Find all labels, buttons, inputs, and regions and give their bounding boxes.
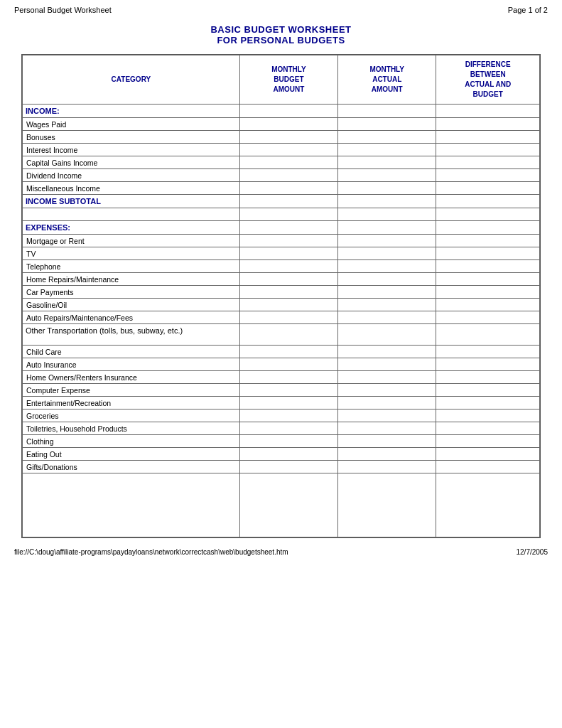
interest-income-budget[interactable] [239,144,337,156]
income-header-diff[interactable] [436,105,540,118]
toiletries-label: Toiletries, Household Products [23,422,240,435]
income-subtotal-budget[interactable] [239,195,337,208]
tv-diff[interactable] [436,247,540,260]
dividend-income-label: Dividend Income [23,169,240,182]
table-row: Capital Gains Income [23,156,540,169]
bonuses-diff[interactable] [436,131,540,144]
dividend-income-actual[interactable] [338,169,436,182]
auto-insurance-actual[interactable] [338,358,436,371]
auto-repairs-budget[interactable] [239,311,337,324]
child-care-diff[interactable] [436,346,540,358]
car-payments-budget[interactable] [239,286,337,299]
gifts-donations-actual[interactable] [338,461,436,473]
home-insurance-diff[interactable] [436,371,540,384]
telephone-actual[interactable] [338,260,436,273]
entertainment-diff[interactable] [436,397,540,410]
bottom-spacer-row [23,473,540,537]
computer-expense-diff[interactable] [436,384,540,397]
auto-repairs-actual[interactable] [338,311,436,324]
home-repairs-budget[interactable] [239,273,337,286]
table-row: TV [23,247,540,260]
child-care-label: Child Care [23,346,240,358]
table-row: Toiletries, Household Products [23,422,540,435]
home-repairs-actual[interactable] [338,273,436,286]
mortgage-rent-budget[interactable] [239,235,337,247]
auto-insurance-budget[interactable] [239,358,337,371]
entertainment-budget[interactable] [239,397,337,410]
home-repairs-label: Home Repairs/Maintenance [23,273,240,286]
gasoline-oil-budget[interactable] [239,299,337,311]
capital-gains-budget[interactable] [239,156,337,169]
expenses-header-budget[interactable] [239,221,337,235]
tv-actual[interactable] [338,247,436,260]
tv-budget[interactable] [239,247,337,260]
income-header-budget[interactable] [239,105,337,118]
col-header-monthly-budget: MONTHLYBUDGETAMOUNT [239,55,337,105]
toiletries-budget[interactable] [239,422,337,435]
wages-paid-diff[interactable] [436,118,540,131]
car-payments-diff[interactable] [436,286,540,299]
interest-income-diff[interactable] [436,144,540,156]
telephone-diff[interactable] [436,260,540,273]
table-row: Wages Paid [23,118,540,131]
capital-gains-label: Capital Gains Income [23,156,240,169]
computer-expense-actual[interactable] [338,384,436,397]
clothing-actual[interactable] [338,435,436,448]
mortgage-rent-diff[interactable] [436,235,540,247]
gasoline-oil-diff[interactable] [436,299,540,311]
auto-insurance-diff[interactable] [436,358,540,371]
gifts-donations-diff[interactable] [436,461,540,473]
capital-gains-actual[interactable] [338,156,436,169]
bonuses-budget[interactable] [239,131,337,144]
income-header-actual[interactable] [338,105,436,118]
dividend-income-diff[interactable] [436,169,540,182]
auto-repairs-diff[interactable] [436,311,540,324]
table-row: Eating Out [23,448,540,461]
expenses-header-actual[interactable] [338,221,436,235]
expenses-header-diff[interactable] [436,221,540,235]
child-care-budget[interactable] [239,346,337,358]
groceries-diff[interactable] [436,410,540,422]
income-subtotal-diff[interactable] [436,195,540,208]
eating-out-budget[interactable] [239,448,337,461]
bonuses-label: Bonuses [23,131,240,144]
gasoline-oil-actual[interactable] [338,299,436,311]
misc-income-budget[interactable] [239,182,337,195]
eating-out-diff[interactable] [436,448,540,461]
gifts-donations-budget[interactable] [239,461,337,473]
computer-expense-budget[interactable] [239,384,337,397]
wages-paid-actual[interactable] [338,118,436,131]
clothing-diff[interactable] [436,435,540,448]
interest-income-actual[interactable] [338,144,436,156]
misc-income-diff[interactable] [436,182,540,195]
dividend-income-budget[interactable] [239,169,337,182]
other-transport-actual[interactable] [338,324,436,346]
entertainment-actual[interactable] [338,397,436,410]
child-care-actual[interactable] [338,346,436,358]
other-transport-budget[interactable] [239,324,337,346]
mortgage-rent-actual[interactable] [338,235,436,247]
groceries-budget[interactable] [239,410,337,422]
home-insurance-actual[interactable] [338,371,436,384]
toiletries-actual[interactable] [338,422,436,435]
car-payments-actual[interactable] [338,286,436,299]
misc-income-actual[interactable] [338,182,436,195]
toiletries-diff[interactable] [436,422,540,435]
income-subtotal-actual[interactable] [338,195,436,208]
table-row: Other Transportation (tolls, bus, subway… [23,324,540,346]
eating-out-actual[interactable] [338,448,436,461]
other-transport-diff[interactable] [436,324,540,346]
col-header-category: CATEGORY [23,55,240,105]
table-row: Dividend Income [23,169,540,182]
bonuses-actual[interactable] [338,131,436,144]
home-repairs-diff[interactable] [436,273,540,286]
spacer-row [23,208,540,221]
groceries-actual[interactable] [338,410,436,422]
home-insurance-budget[interactable] [239,371,337,384]
wages-paid-budget[interactable] [239,118,337,131]
clothing-budget[interactable] [239,435,337,448]
capital-gains-diff[interactable] [436,156,540,169]
table-row: Computer Expense [23,384,540,397]
expenses-header-row: EXPENSES: [23,221,540,235]
telephone-budget[interactable] [239,260,337,273]
